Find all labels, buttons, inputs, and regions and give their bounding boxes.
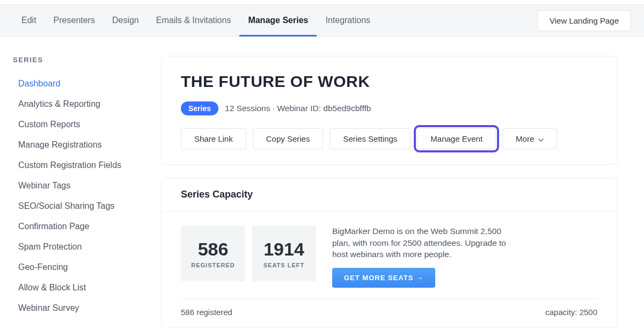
capacity-footer-capacity: capacity: 2500 [545,308,597,317]
sidebar-item-spam-protection[interactable]: Spam Protection [18,237,150,257]
action-row: Share Link Copy Series Series Settings M… [181,128,597,149]
stat-seats-left-label: SEATS LEFT [264,262,304,268]
copy-series-button[interactable]: Copy Series [253,128,324,149]
sidebar-item-custom-registration-fields[interactable]: Custom Registration Fields [18,155,150,176]
sidebar-item-dashboard[interactable]: Dashboard [18,74,150,94]
series-header-panel: THE FUTURE OF WORK Series 12 Sessions · … [161,56,617,165]
stat-registered: 586 REGISTERED [181,225,245,281]
sidebar-item-confirmation-page[interactable]: Confirmation Page [18,216,150,237]
share-link-button[interactable]: Share Link [181,128,246,149]
tab-edit[interactable]: Edit [13,5,45,36]
manage-event-button[interactable]: Manage Event [417,128,496,149]
sidebar-heading: SERIES [13,56,150,64]
stat-registered-number: 586 [198,239,229,260]
more-button[interactable]: More [502,128,557,149]
main-content: THE FUTURE OF WORK Series 12 Sessions · … [150,36,644,328]
stat-seats-left: 1914 SEATS LEFT [252,225,316,281]
series-capacity-panel: Series Capacity 586 REGISTERED 1914 SEAT… [161,178,617,328]
view-landing-page-button[interactable]: View Landing Page [537,10,631,31]
series-badge: Series [181,101,218,115]
sidebar-item-allow-block-list[interactable]: Allow & Block List [18,277,150,298]
capacity-description: BigMarker Demo is on the Web Summit 2,50… [332,225,515,260]
tab-emails-invitations[interactable]: Emails & Invitations [148,5,240,36]
page-title: THE FUTURE OF WORK [181,72,597,91]
series-meta-row: Series 12 Sessions · Webinar ID: db5ed9c… [181,101,597,115]
capacity-title: Series Capacity [181,189,597,200]
tab-presenters[interactable]: Presenters [45,5,104,36]
tab-design[interactable]: Design [104,5,148,36]
more-label: More [516,134,534,143]
sidebar-item-manage-registrations[interactable]: Manage Registrations [18,135,150,155]
sidebar-item-seo-social-tags[interactable]: SEO/Social Sharing Tags [18,196,150,216]
sidebar-item-geo-fencing[interactable]: Geo-Fencing [18,257,150,277]
series-meta-text: 12 Sessions · Webinar ID: db5ed9cbfffb [225,104,371,113]
stat-seats-left-number: 1914 [264,239,304,260]
chevron-down-icon [538,134,544,143]
sidebar-item-analytics[interactable]: Analytics & Reporting [18,94,150,114]
sidebar-item-webinar-survey[interactable]: Webinar Survey [18,298,150,318]
sidebar-item-custom-reports[interactable]: Custom Reports [18,114,150,135]
series-settings-button[interactable]: Series Settings [330,128,411,149]
get-more-seats-button[interactable]: GET MORE SEATS → [332,268,435,288]
sidebar-item-webinar-tags[interactable]: Webinar Tags [18,176,150,196]
tab-integrations[interactable]: Integrations [317,5,379,36]
sidebar: SERIES Dashboard Analytics & Reporting C… [0,36,150,328]
stat-registered-label: REGISTERED [191,262,235,268]
top-nav: Edit Presenters Design Emails & Invitati… [13,5,379,36]
tab-manage-series[interactable]: Manage Series [239,5,317,36]
capacity-footer-registered: 586 registered [181,308,232,317]
